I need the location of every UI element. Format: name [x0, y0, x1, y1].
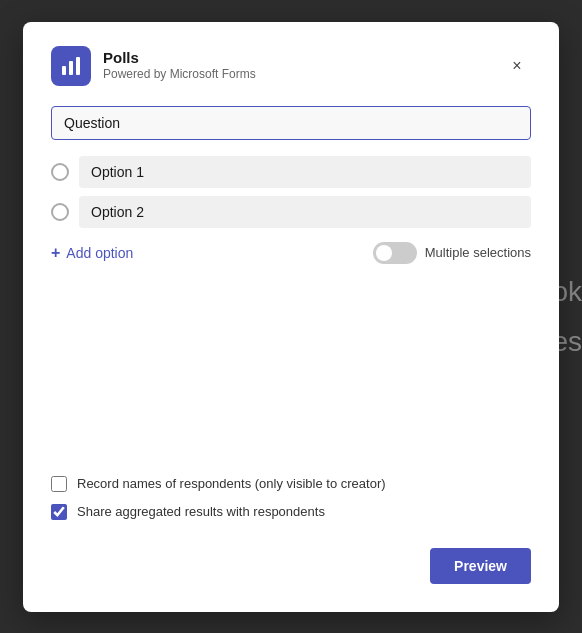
option-input-1[interactable]	[79, 156, 531, 188]
option-input-2[interactable]	[79, 196, 531, 228]
multiple-selections-control: Multiple selections	[373, 242, 531, 264]
svg-rect-1	[69, 61, 73, 75]
add-option-label: Add option	[66, 245, 133, 261]
multiple-selections-toggle[interactable]	[373, 242, 417, 264]
actions-row: + Add option Multiple selections	[51, 240, 531, 266]
multiple-selections-label: Multiple selections	[425, 245, 531, 260]
plus-icon: +	[51, 244, 60, 262]
checkbox-row-record-names: Record names of respondents (only visibl…	[51, 475, 531, 493]
option-row-1	[51, 156, 531, 188]
toggle-thumb	[376, 245, 392, 261]
close-icon: ×	[512, 57, 521, 75]
radio-circle-2[interactable]	[51, 203, 69, 221]
modal-overlay: okes Polls Powered by Microsoft Forms ×	[0, 0, 582, 633]
record-names-checkbox[interactable]	[51, 476, 67, 492]
share-results-checkbox[interactable]	[51, 504, 67, 520]
svg-rect-2	[76, 57, 80, 75]
polls-icon	[59, 54, 83, 78]
app-title: Polls	[103, 49, 256, 67]
polls-modal: Polls Powered by Microsoft Forms ×	[23, 22, 559, 612]
app-info: Polls Powered by Microsoft Forms	[103, 49, 256, 81]
add-option-button[interactable]: + Add option	[51, 240, 133, 266]
option-row-2	[51, 196, 531, 228]
record-names-label: Record names of respondents (only visibl…	[77, 475, 386, 493]
question-input[interactable]	[51, 106, 531, 140]
options-list	[51, 156, 531, 228]
svg-rect-0	[62, 66, 66, 75]
radio-circle-1[interactable]	[51, 163, 69, 181]
modal-header: Polls Powered by Microsoft Forms ×	[51, 46, 531, 86]
checkbox-row-share-results: Share aggregated results with respondent…	[51, 503, 531, 521]
preview-button[interactable]: Preview	[430, 548, 531, 584]
spacer	[51, 266, 531, 452]
header-left: Polls Powered by Microsoft Forms	[51, 46, 256, 86]
modal-footer: Preview	[51, 548, 531, 584]
polls-app-icon	[51, 46, 91, 86]
app-subtitle: Powered by Microsoft Forms	[103, 67, 256, 81]
footer-section: Record names of respondents (only visibl…	[51, 451, 531, 531]
share-results-label: Share aggregated results with respondent…	[77, 503, 325, 521]
close-button[interactable]: ×	[503, 52, 531, 80]
